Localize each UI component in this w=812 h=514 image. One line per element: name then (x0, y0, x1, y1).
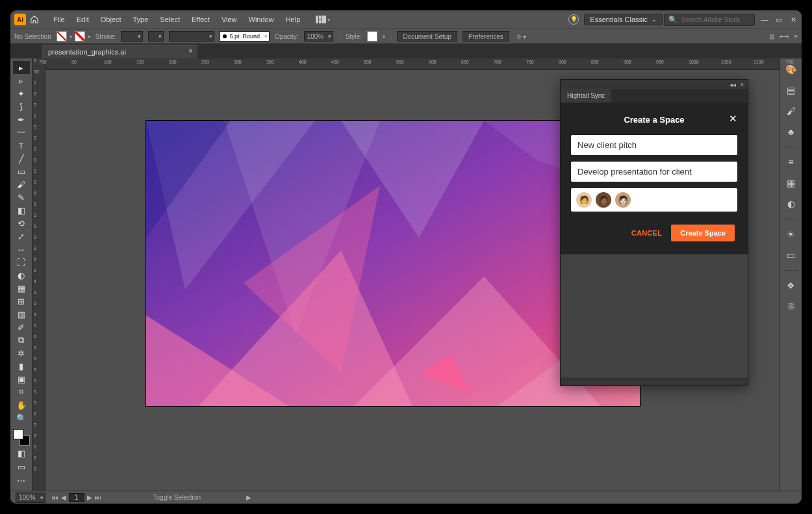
window-maximize[interactable]: ▭ (774, 16, 783, 24)
transparency-panel-icon[interactable]: ◐ (784, 197, 798, 211)
artboard-nav[interactable]: ⏮ ◀ 1 ▶ ⏭ (52, 493, 101, 502)
menu-select[interactable]: Select (155, 13, 185, 26)
brushes-panel-icon[interactable]: 🖌 (784, 104, 798, 118)
document-setup-button[interactable]: Document Setup (397, 31, 457, 42)
slice-tool[interactable]: ⌗ (13, 386, 30, 398)
menu-object[interactable]: Object (95, 13, 127, 26)
document-tab[interactable]: presentation_graphics.ai × (42, 45, 197, 58)
menu-window[interactable]: Window (244, 13, 279, 26)
stock-search-input[interactable] (680, 16, 750, 24)
svg-rect-2 (319, 19, 322, 23)
zoom-tool[interactable]: 🔍 (13, 411, 30, 424)
perspective-grid-tool[interactable]: ▦ (13, 282, 30, 295)
preferences-button[interactable]: Preferences (463, 31, 509, 42)
eraser-tool[interactable]: ◧ (13, 204, 30, 217)
menu-type[interactable]: Type (128, 13, 154, 26)
magic-wand-tool[interactable]: ✦ (13, 87, 30, 100)
fill-swatch[interactable] (57, 31, 67, 42)
window-minimize[interactable]: — (760, 16, 769, 23)
gradient-panel-icon[interactable]: ▦ (784, 176, 798, 190)
var-width-profile[interactable] (148, 31, 164, 42)
asset-export-panel-icon[interactable]: ⎘ (784, 299, 798, 313)
color-panel-icon[interactable]: 🎨 (784, 62, 798, 77)
create-space-button[interactable]: Create Space (671, 225, 735, 241)
line-tool[interactable]: ╱ (13, 152, 30, 165)
direct-selection-tool[interactable]: ▹ (13, 74, 30, 87)
rotate-tool[interactable]: ⟲ (13, 217, 30, 230)
fill-stroke-color[interactable] (13, 429, 30, 446)
menu-help[interactable]: Help (281, 13, 306, 26)
last-page-icon[interactable]: ⏭ (95, 494, 101, 501)
stock-search[interactable]: 🔍 (664, 14, 755, 26)
first-page-icon[interactable]: ⏮ (52, 494, 58, 501)
cancel-button[interactable]: CANCEL (631, 229, 663, 237)
curvature-tool[interactable]: 〰 (13, 126, 30, 139)
type-tool[interactable]: T (13, 139, 30, 152)
align-icon[interactable]: ⊪▾ (514, 33, 529, 40)
stroke-weight-field[interactable] (121, 31, 143, 42)
panel-scrollbar[interactable] (561, 378, 748, 386)
more-options-icon[interactable]: ≡ (794, 33, 798, 40)
gradient-tool[interactable]: ▥ (13, 308, 30, 321)
stroke-panel-icon[interactable]: ≡ (784, 155, 798, 169)
edit-toolbar-icon[interactable]: ⋯ (13, 474, 30, 487)
window-close[interactable]: ✕ (789, 16, 798, 24)
arrange-docs-icon[interactable]: ▾ (316, 16, 330, 23)
layers-panel-icon[interactable]: ❖ (784, 278, 798, 293)
discover-icon[interactable]: 💡 (568, 14, 579, 25)
scale-tool[interactable]: ⤢ (13, 230, 30, 243)
close-tab-icon[interactable]: × (188, 47, 192, 55)
menu-file[interactable]: File (48, 13, 70, 26)
graphic-style-swatch[interactable] (367, 31, 377, 42)
graphic-styles-panel-icon[interactable]: ▭ (784, 248, 798, 262)
screen-mode-icon[interactable]: ▭ (13, 460, 30, 473)
workspace-switcher[interactable]: Essentials Classic ⌄ (584, 14, 663, 25)
swatches-panel-icon[interactable]: ▤ (784, 83, 798, 97)
symbols-panel-icon[interactable]: ♣ (784, 125, 798, 139)
status-hint-arrow-icon[interactable]: ▶ (246, 494, 251, 501)
rectangle-tool[interactable]: ▭ (13, 165, 30, 178)
shape-builder-tool[interactable]: ◐ (13, 269, 30, 282)
hand-tool[interactable]: ✋ (13, 398, 30, 411)
width-tool[interactable]: ↔ (13, 243, 30, 256)
menu-effect[interactable]: Effect (186, 13, 215, 26)
draw-mode-icons[interactable]: ◧ (13, 447, 30, 459)
appearance-panel-icon[interactable]: ☀ (784, 227, 798, 241)
panel-collapse-icon[interactable]: ◂◂ (730, 81, 736, 88)
selection-tool[interactable]: ▸ (13, 61, 30, 74)
eyedropper-tool[interactable]: ✐ (13, 321, 30, 334)
close-icon[interactable]: ✕ (729, 113, 737, 125)
align-panel-icon[interactable]: ⟷ (780, 33, 789, 40)
paintbrush-tool[interactable]: 🖌 (13, 178, 30, 191)
panel-close-icon[interactable]: × (740, 81, 744, 88)
chevron-down-icon: ⌄ (652, 16, 657, 23)
opacity-label: Opacity: (275, 33, 299, 40)
lasso-tool[interactable]: ⟆ (13, 100, 30, 113)
menu-view[interactable]: View (216, 13, 242, 26)
zoom-field[interactable]: 100% (16, 493, 45, 503)
prev-page-icon[interactable]: ◀ (61, 494, 66, 501)
stroke-swatch[interactable] (75, 31, 85, 42)
opacity-field[interactable]: 100% (304, 31, 334, 42)
space-name-input[interactable]: New client pitch (571, 135, 737, 155)
transform-icon[interactable]: ⊞ (769, 33, 774, 40)
artboard-tool[interactable]: ▣ (13, 373, 30, 386)
next-page-icon[interactable]: ▶ (87, 494, 92, 501)
home-icon[interactable] (29, 14, 40, 25)
page-number[interactable]: 1 (69, 493, 84, 502)
free-transform-tool[interactable]: ⛶ (13, 256, 30, 269)
mesh-tool[interactable]: ⊞ (13, 295, 30, 308)
symbol-sprayer-tool[interactable]: ✲ (13, 347, 30, 360)
brush-definition[interactable] (169, 31, 214, 42)
hightail-panel[interactable]: ◂◂ × Hightail Sync Create a Space ✕ New … (560, 79, 748, 386)
stroke-style-field[interactable]: 5 pt. Round (220, 31, 270, 42)
panel-tab[interactable]: Hightail Sync (561, 89, 611, 103)
members-field[interactable]: 🧑 🧑🏾 🧑🏻 (571, 188, 737, 212)
menu-edit[interactable]: Edit (71, 13, 94, 26)
column-graph-tool[interactable]: ▮ (13, 360, 30, 373)
space-description-input[interactable]: Develop presentation for client (571, 162, 737, 182)
canvas[interactable]: ◂◂ × Hightail Sync Create a Space ✕ New … (45, 70, 780, 491)
shaper-tool[interactable]: ✎ (13, 191, 30, 204)
blend-tool[interactable]: ⧉ (13, 334, 30, 347)
pen-tool[interactable]: ✒ (13, 113, 30, 126)
